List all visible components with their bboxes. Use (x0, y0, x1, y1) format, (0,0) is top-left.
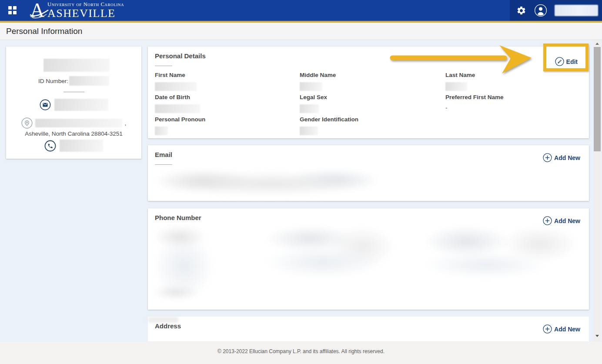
profile-id-row: ID Number: (6, 76, 141, 86)
logo-a-mark: A (29, 0, 50, 20)
header-user-panel (510, 0, 602, 21)
app-menu-icon[interactable] (8, 6, 17, 15)
plus-circle-icon (543, 324, 552, 334)
user-menu-button[interactable] (534, 3, 548, 17)
unca-logo[interactable]: A University of North Carolina ASHEVILLE (29, 0, 124, 20)
page-footer: © 2013-2022 Ellucian Company L.P. and it… (0, 342, 602, 364)
add-phone-button[interactable]: Add New (543, 216, 580, 225)
envelope-icon (40, 99, 51, 110)
add-email-button[interactable]: Add New (543, 153, 580, 162)
redacted-value (155, 104, 200, 113)
profile-email-row (6, 99, 141, 111)
section-divider (155, 66, 172, 66)
personal-details-fields: First Name Middle Name Last Name Date of… (155, 72, 585, 138)
page-title-bar: Personal Information (0, 23, 602, 40)
personal-details-card: Personal Details Edit First Name Middle … (148, 47, 589, 138)
gear-icon (516, 6, 526, 16)
phone-card: Phone Number Add New (148, 208, 589, 310)
field-last-name: Last Name (445, 72, 585, 94)
field-middle-name: Middle Name (300, 72, 445, 94)
email-redacted (54, 99, 108, 111)
edit-button-label: Edit (566, 58, 578, 65)
phone-title: Phone Number (155, 214, 201, 221)
profile-summary-card: ID Number: , Asheville, North Carolina 2… (6, 47, 141, 159)
redacted-value (300, 82, 322, 91)
app-header: A University of North Carolina ASHEVILLE (0, 0, 602, 21)
redacted-value (155, 82, 197, 91)
add-phone-label: Add New (554, 217, 580, 224)
vertical-scrollbar[interactable] (594, 40, 601, 342)
add-email-label: Add New (554, 154, 580, 161)
add-address-label: Add New (554, 326, 580, 333)
redacted-value (445, 82, 467, 91)
phone-icon (44, 140, 56, 152)
add-address-button[interactable]: Add New (543, 324, 580, 334)
section-divider (155, 164, 172, 165)
redacted-value (155, 127, 168, 135)
settings-button[interactable] (515, 4, 528, 17)
field-personal-pronoun: Personal Pronoun (155, 116, 300, 138)
profile-name-redacted (43, 59, 110, 72)
address-title: Address (155, 322, 181, 330)
redacted-value (300, 127, 318, 135)
address-line1-redacted (35, 119, 122, 127)
address-city-line: Asheville, North Carolina 28804-3251 (6, 130, 141, 137)
avatar-icon (534, 4, 547, 17)
email-card: Email Add New (148, 145, 589, 201)
scroll-up-arrow[interactable] (594, 40, 601, 47)
profile-phone-row (6, 140, 141, 152)
edit-button[interactable]: Edit (555, 57, 578, 66)
field-date-of-birth: Date of Birth (155, 94, 300, 116)
plus-circle-icon (543, 216, 552, 225)
page-title: Personal Information (6, 27, 82, 36)
field-first-name: First Name (155, 72, 300, 94)
personal-details-title: Personal Details (155, 52, 206, 60)
email-title: Email (155, 151, 172, 158)
id-number-redacted (69, 76, 109, 86)
logo-city-line: ASHEVILLE (47, 7, 124, 19)
field-value: - (445, 104, 585, 111)
address-entry-redacted (148, 317, 178, 323)
phone-entry-redacted (423, 226, 579, 278)
field-legal-sex: Legal Sex (300, 94, 445, 116)
user-name-redacted[interactable] (555, 5, 598, 16)
address-card: Address Add New (148, 317, 589, 341)
phone-entry-redacted (264, 226, 395, 278)
pencil-icon (555, 57, 564, 66)
plus-circle-icon (543, 153, 552, 162)
logo-institution-line: University of North Carolina (47, 2, 124, 7)
field-preferred-first-name: Preferred First Name - (445, 94, 585, 116)
copyright-text: © 2013-2022 Ellucian Company L.P. and it… (217, 348, 385, 354)
id-number-label: ID Number: (38, 78, 68, 84)
scrollbar-thumb[interactable] (594, 47, 601, 151)
map-pin-icon (21, 117, 33, 129)
main-content: ID Number: , Asheville, North Carolina 2… (0, 40, 602, 342)
scroll-down-arrow[interactable] (594, 332, 601, 339)
profile-divider (64, 92, 84, 92)
phone-redacted (60, 140, 103, 152)
redacted-value (300, 104, 319, 113)
address-comma: , (125, 120, 127, 127)
email-entries-redacted (153, 169, 379, 196)
field-gender-identification: Gender Identification (300, 116, 445, 138)
profile-address-row: , (6, 117, 141, 129)
phone-entry-redacted (153, 226, 230, 300)
